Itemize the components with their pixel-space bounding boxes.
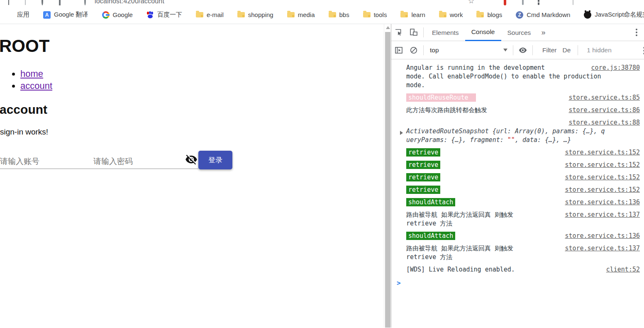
scrollbar-up-icon[interactable] [386, 26, 390, 29]
console-prompt[interactable]: > [391, 276, 644, 288]
bookmark-item[interactable]: JavaScript命名规范 [584, 11, 644, 19]
source-link[interactable]: client:52 [606, 265, 640, 274]
bookmark-item[interactable]: 百度一下 [146, 11, 182, 19]
devtools-menu-icon[interactable] [636, 29, 637, 36]
page-scrollbar[interactable] [384, 24, 391, 328]
chevron-down-icon[interactable] [573, 0, 573, 5]
bookmark-item[interactable]: tools [363, 11, 387, 18]
tab-elements[interactable]: Elements [426, 24, 465, 41]
source-link[interactable]: store.service.ts:152 [565, 161, 640, 169]
inspect-element-icon[interactable] [391, 24, 406, 41]
source-link[interactable]: core.js:38780 [591, 64, 640, 72]
login-button[interactable]: 登录 [198, 151, 232, 169]
console-badge: shouldReuseRoute [406, 93, 476, 102]
password-input[interactable] [93, 154, 176, 169]
visibility-off-icon[interactable] [185, 153, 198, 166]
source-link[interactable]: store.service.ts:136 [565, 198, 640, 207]
screenshot-extension-icon[interactable] [538, 0, 539, 5]
source-link[interactable]: store.service.ts:137 [565, 244, 640, 253]
console-toolbar: top Filter De 1 hidden [391, 41, 644, 59]
red-square-extension-icon[interactable] [504, 0, 506, 5]
source-link[interactable]: store.service.ts:85 [568, 93, 640, 102]
expand-triangle-icon[interactable] [400, 131, 403, 135]
folder-icon [196, 12, 203, 17]
log-levels-dropdown[interactable]: De [562, 47, 571, 54]
source-link[interactable]: store.service.ts:137 [565, 211, 640, 219]
tab-sources[interactable]: Sources [501, 24, 537, 41]
bookmark-label: 应用 [17, 11, 29, 19]
baidu-icon [146, 11, 154, 19]
bookmark-label: Cmd Markdown [527, 11, 570, 18]
account-link[interactable]: account [20, 81, 52, 91]
source-link[interactable]: store.service.ts:152 [565, 186, 640, 194]
bookmark-page-icon[interactable] [59, 0, 61, 5]
console-message: store.service.ts:136shouldAttach [391, 196, 644, 209]
browser-toolbar: localhost:4200/account ☆ [0, 0, 644, 6]
console-message: store.service.ts:137路由被导航 如果此方法返回真 则触发re… [391, 209, 644, 230]
live-expression-eye-icon[interactable] [515, 41, 530, 59]
back-icon[interactable] [8, 0, 9, 5]
device-toolbar-icon[interactable] [406, 24, 421, 41]
address-bar-url[interactable]: localhost:4200/account [95, 0, 164, 5]
bookmark-item[interactable]: blogs [476, 11, 502, 18]
object-preview[interactable]: ActivatedRouteSnapshot {url: Array(0), p… [406, 127, 640, 144]
google-icon [102, 11, 110, 19]
form-fields [0, 151, 198, 169]
bookmark-label: 百度一下 [157, 11, 182, 19]
bookmark-item[interactable]: AGoogle 翻译 [43, 11, 88, 19]
reload-icon[interactable] [41, 0, 43, 5]
console-message: store.service.ts:85shouldReuseRoute [391, 92, 644, 104]
folder-icon [439, 12, 446, 17]
hidden-count-label: 1 hidden [587, 47, 611, 54]
context-selector[interactable]: top [426, 47, 511, 54]
github-icon [584, 11, 591, 19]
folder-icon [287, 12, 295, 17]
folder-icon [237, 12, 245, 17]
tab-console[interactable]: Console [465, 24, 501, 41]
more-tabs-icon[interactable]: » [537, 24, 549, 41]
source-link[interactable]: store.service.ts:152 [565, 148, 640, 157]
bookmark-item[interactable]: media [287, 11, 315, 18]
bookmark-item[interactable]: Google [102, 11, 133, 19]
console-output: core.js:38780Angular is running in the d… [391, 59, 644, 328]
folder-icon [476, 12, 484, 17]
console-sidebar-icon[interactable] [391, 41, 406, 59]
console-badge: retrieve [406, 173, 440, 181]
folder-icon [363, 12, 371, 17]
forward-icon[interactable] [25, 0, 26, 5]
battery-extension-icon[interactable] [522, 0, 524, 5]
bookmark-item[interactable]: learn [400, 11, 425, 18]
bookmark-item[interactable]: work [439, 11, 463, 18]
toolbar-separator [423, 45, 424, 55]
source-link[interactable]: store.service.ts:88 [412, 118, 640, 127]
signin-form: 登录 [0, 151, 384, 169]
filter-label[interactable]: Filter [542, 47, 556, 54]
bookmark-label: Google 翻译 [54, 11, 88, 19]
section-title: account [0, 103, 384, 117]
scrollbar-thumb[interactable] [385, 32, 390, 328]
clear-console-icon[interactable] [406, 41, 421, 59]
console-message: store.service.ts:152retrieve [391, 184, 644, 196]
star-icon[interactable]: ☆ [468, 0, 474, 4]
bookmark-item[interactable]: bbs [329, 11, 349, 18]
bookmark-label: e-mail [207, 11, 224, 18]
bookmark-item[interactable]: shopping [237, 11, 273, 18]
bookmark-item[interactable]: e-mail [196, 11, 224, 18]
bookmark-label: JavaScript命名规范 [595, 11, 644, 19]
site-info-icon[interactable] [84, 0, 86, 5]
source-link[interactable]: store.service.ts:152 [565, 173, 640, 182]
context-value: top [430, 47, 439, 54]
account-input[interactable] [0, 154, 93, 169]
console-message: store.service.ts:86此方法每次路由跳转都会触发 [391, 104, 644, 117]
bookmarks-items: 应用AGoogle 翻译Google百度一下e-mailshoppingmedi… [7, 11, 644, 19]
bookmark-item[interactable]: 应用 [7, 11, 29, 19]
source-link[interactable]: store.service.ts:86 [568, 106, 640, 115]
bookmark-label: Google [113, 11, 133, 18]
source-link[interactable]: store.service.ts:136 [565, 232, 640, 240]
bookmark-label: work [450, 11, 463, 18]
home-link[interactable]: home [20, 69, 43, 79]
console-badge: retrieve [406, 186, 440, 194]
console-message: core.js:38780Angular is running in the d… [391, 62, 644, 92]
bookmark-item[interactable]: ZCmd Markdown [516, 11, 570, 19]
toolbar-separator [423, 27, 424, 37]
